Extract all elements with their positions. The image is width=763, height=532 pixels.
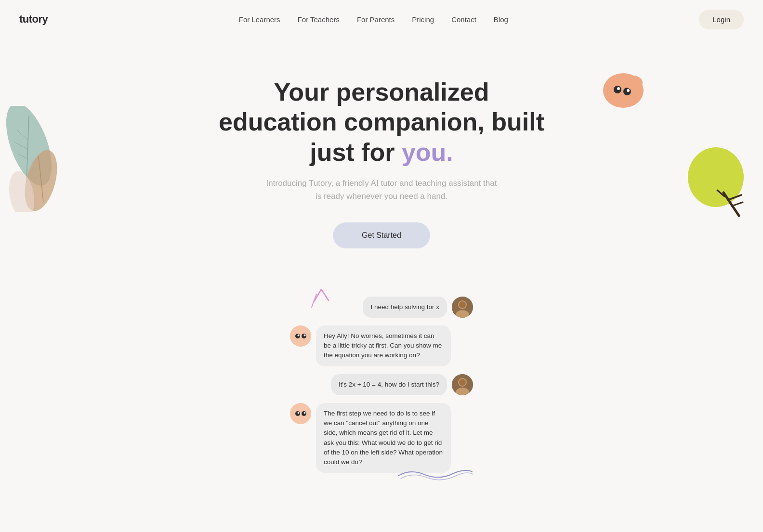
nav-blog[interactable]: Blog — [494, 15, 508, 24]
hero-subtitle: Introducing Tutory, a friendly AI tutor … — [266, 177, 497, 203]
tutor-avatar-1 — [290, 325, 311, 347]
chat-bubble-1: I need help solving for x — [363, 297, 447, 318]
chat-section: I need help solving for x Hey Ally! No w… — [280, 297, 483, 473]
chat-message-4: The first step we need to do is to see i… — [290, 403, 473, 473]
svg-line-21 — [312, 294, 316, 307]
brand-logo[interactable]: tutory — [19, 13, 48, 26]
chat-bubble-2: Hey Ally! No worries, sometimes it can b… — [316, 325, 451, 366]
hero-title: Your personalized education companion, b… — [213, 77, 550, 167]
svg-point-26 — [290, 325, 311, 347]
svg-point-37 — [302, 411, 306, 416]
hero-title-text: Your personalized education companion, b… — [219, 78, 544, 166]
svg-point-38 — [298, 412, 300, 414]
chat-message-3: It's 2x + 10 = 4, how do I start this? — [290, 374, 473, 395]
nav-for-parents[interactable]: For Parents — [357, 15, 395, 24]
hero-title-highlight: you. — [402, 138, 453, 166]
svg-line-19 — [314, 289, 321, 301]
svg-point-35 — [290, 403, 311, 424]
chat-bubble-3: It's 2x + 10 = 4, how do I start this? — [331, 374, 447, 395]
chat-message-2: Hey Ally! No worries, sometimes it can b… — [290, 325, 473, 366]
navbar: tutory For Learners For Teachers For Par… — [0, 0, 763, 39]
user-avatar-2 — [452, 374, 473, 395]
svg-point-25 — [459, 301, 466, 308]
svg-point-29 — [298, 334, 300, 336]
svg-point-27 — [295, 334, 300, 338]
hero-section: Your personalized education companion, b… — [0, 39, 763, 268]
get-started-button[interactable]: Get Started — [333, 222, 430, 248]
svg-point-28 — [302, 334, 306, 338]
user-avatar-1 — [452, 297, 473, 318]
svg-point-34 — [459, 379, 466, 386]
nav-for-teachers[interactable]: For Teachers — [298, 15, 340, 24]
svg-point-39 — [304, 412, 306, 414]
nav-links: For Learners For Teachers For Parents Pr… — [239, 15, 508, 24]
svg-point-36 — [295, 411, 300, 416]
login-button[interactable]: Login — [699, 10, 744, 29]
nav-pricing[interactable]: Pricing — [412, 15, 434, 24]
chat-bubble-4: The first step we need to do is to see i… — [316, 403, 451, 473]
tutor-avatar-2 — [290, 403, 311, 424]
nav-contact[interactable]: Contact — [451, 15, 476, 24]
svg-line-20 — [321, 289, 329, 300]
nav-for-learners[interactable]: For Learners — [239, 15, 280, 24]
spark-decoration — [309, 287, 333, 313]
squiggle-decoration — [396, 466, 473, 482]
svg-point-30 — [304, 334, 306, 336]
